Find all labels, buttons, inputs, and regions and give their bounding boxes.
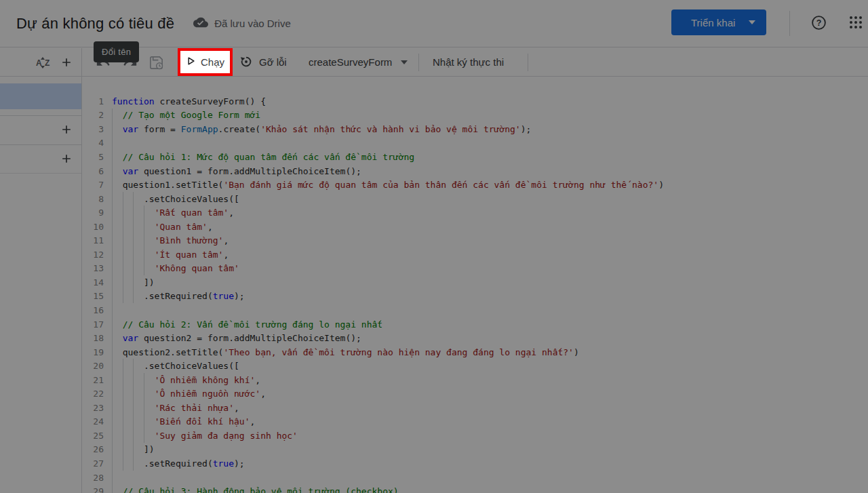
run-label: Chạy — [201, 56, 224, 68]
play-icon — [186, 56, 196, 68]
dim-overlay — [0, 0, 868, 493]
apps-script-window: Dự án không có tiêu đề Đã lưu vào Drive … — [0, 0, 868, 493]
run-button[interactable]: Chạy — [178, 48, 233, 76]
